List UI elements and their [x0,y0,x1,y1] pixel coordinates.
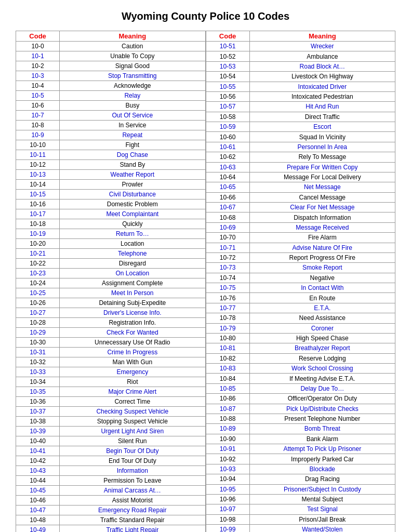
meaning-cell: Coroner [249,323,395,333]
meaning-cell: Rely To Message [249,152,395,162]
table-row: 10-44 Permission To Leave [16,476,206,486]
meaning-cell: Driver's License Info. [60,308,205,318]
table-row: 10-22 Disregard [16,259,206,269]
meaning-cell: Prowler [60,180,205,190]
table-row: 10-20 Location [16,239,206,249]
code-cell: 10-5 [16,91,60,101]
meaning-cell: Stand By [60,160,205,170]
code-cell: 10-96 [206,494,249,504]
meaning-cell: Disregard [60,259,205,269]
code-cell: 10-31 [16,348,60,357]
code-cell: 10-11 [16,150,60,160]
meaning-cell: Drag Racing [249,474,395,484]
code-cell: 10-65 [206,182,249,192]
meaning-cell: Road Block At… [249,61,395,71]
table-row: 10-39 Urgent Light And Siren [16,427,206,436]
meaning-cell: Bomb Threat [249,424,395,434]
table-row: 10-73 Smoke Report [206,263,395,273]
meaning-cell: Dispatch Information [249,212,395,222]
meaning-cell: Squad In Vicinity [249,132,395,142]
table-row: 10-17 Meet Complaintant [16,209,206,219]
table-row: 10-63 Prepare For Written Copy [206,162,395,172]
code-cell: 10-34 [16,377,60,387]
meaning-cell: Reserve Lodging [249,353,395,363]
table-row: 10-49 Traffic Light Repair [16,525,206,533]
meaning-cell: Intoxicated Pedestrian [249,91,395,101]
meaning-cell: Repeat [60,130,205,140]
meaning-cell: Wanted/Stolen [249,525,395,533]
code-cell: 10-14 [16,180,60,190]
code-cell: 10-47 [16,506,60,515]
code-cell: 10-28 [16,318,60,328]
table-row: 10-89 Bomb Threat [206,424,395,434]
code-cell: 10-1 [16,51,60,61]
meaning-cell: Busy [60,101,205,111]
table-row: 10-10 Fight [16,140,206,150]
code-cell: 10-0 [16,42,60,51]
meaning-cell: Bank Alarm [249,434,395,444]
code-cell: 10-95 [206,484,249,494]
code-cell: 10-7 [16,111,60,121]
meaning-cell: Prison/Jail Break [249,514,395,524]
right-header-code: Code [206,31,249,42]
code-cell: 10-10 [16,140,60,150]
meaning-cell: Hit And Run [249,102,395,112]
table-row: 10-69 Message Received [206,222,395,232]
table-row: 10-92 Improperly Parked Car [206,454,395,464]
meaning-cell: Cancel Message [249,192,395,202]
code-cell: 10-74 [206,273,249,283]
table-row: 10-37 Checking Suspect Vehicle [16,407,206,417]
table-row: 10-66 Cancel Message [206,192,395,202]
table-row: 10-70 Fire Alarm [206,233,395,243]
table-row: 10-34 Riot [16,377,206,387]
code-cell: 10-42 [16,456,60,466]
meaning-cell: Need Assistance [249,313,395,323]
code-cell: 10-69 [206,222,249,232]
meaning-cell: Location [60,239,205,249]
table-row: 10-36 Correct Time [16,397,206,407]
table-row: 10-11 Dog Chase [16,150,206,160]
meaning-cell: Meet Complaintant [60,209,205,219]
code-cell: 10-97 [206,504,249,514]
code-cell: 10-59 [206,122,249,132]
table-row: 10-72 Report Progress Of Fire [206,252,395,262]
code-cell: 10-41 [16,446,60,456]
code-cell: 10-15 [16,190,60,200]
code-cell: 10-36 [16,397,60,407]
table-row: 10-58 Direct Traffic [206,112,395,122]
code-cell: 10-25 [16,288,60,298]
code-cell: 10-48 [16,515,60,525]
meaning-cell: Intoxicated Driver [249,82,395,91]
code-cell: 10-83 [206,364,249,374]
code-cell: 10-18 [16,219,60,229]
code-cell: 10-82 [206,353,249,363]
code-cell: 10-76 [206,293,249,303]
meaning-cell: Assist Motorist [60,496,205,506]
code-cell: 10-75 [206,283,249,293]
meaning-cell: Breathalyzer Report [249,343,395,353]
meaning-cell: Traffic Standard Repair [60,515,205,525]
meaning-cell: Animal Carcass At… [60,486,205,496]
code-cell: 10-38 [16,417,60,427]
code-cell: 10-57 [206,102,249,112]
code-cell: 10-86 [206,394,249,404]
meaning-cell: If Meeting Advise E.T.A. [249,374,395,383]
code-cell: 10-79 [206,323,249,333]
meaning-cell: Silent Run [60,436,205,446]
table-row: 10-93 Blockade [206,464,395,474]
table-row: 10-75 In Contact With [206,283,395,293]
table-row: 10-96 Mental Subject [206,494,395,504]
meaning-cell: Test Signal [249,504,395,514]
code-cell: 10-6 [16,101,60,111]
code-cell: 10-84 [206,374,249,383]
code-cell: 10-4 [16,81,60,91]
meaning-cell: Acknowledge [60,81,205,91]
meaning-cell: Clear For Net Message [249,203,395,212]
code-cell: 10-45 [16,486,60,496]
meaning-cell: Domestic Problem [60,200,205,209]
table-row: 10-46 Assist Motorist [16,496,206,506]
code-cell: 10-60 [206,132,249,142]
table-row: 10-0 Caution [16,42,206,51]
meaning-cell: Return To… [60,229,205,239]
table-row: 10-57 Hit And Run [206,102,395,112]
